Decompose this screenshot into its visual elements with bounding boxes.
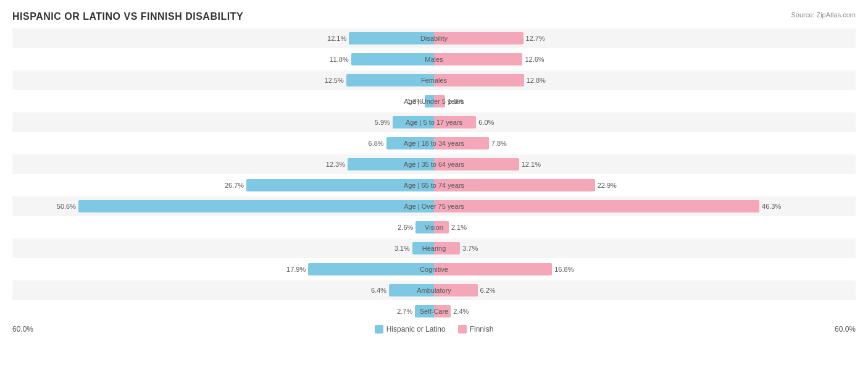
right-section: 2.4%	[434, 301, 856, 321]
bar-pink	[434, 116, 476, 128]
value-right: 22.9%	[595, 182, 617, 189]
value-left: 6.4%	[371, 287, 389, 294]
bar-blue	[351, 53, 434, 65]
value-left: 50.6%	[57, 203, 78, 210]
value-left: 6.8%	[369, 140, 386, 147]
legend-label: Finnish	[470, 325, 494, 334]
footer-right-label: 60.0%	[835, 325, 856, 334]
bar-row: 2.6%2.1%Vision	[12, 217, 856, 237]
bar-row: 26.7%22.9%Age | 65 to 74 years	[12, 175, 856, 195]
left-section: 17.9%	[12, 259, 434, 279]
bar-pink	[434, 305, 451, 317]
chart-footer: 60.0% Hispanic or LatinoFinnish 60.0%	[12, 325, 856, 334]
left-section: 3.1%	[12, 238, 434, 258]
bar-inner: 17.9%16.8%Cognitive	[12, 259, 856, 279]
bar-blue	[415, 221, 434, 233]
bar-inner: 26.7%22.9%Age | 65 to 74 years	[12, 175, 856, 195]
right-section: 1.6%	[434, 91, 856, 111]
value-right: 12.1%	[519, 161, 541, 168]
bar-row: 6.4%6.2%Ambulatory	[12, 280, 856, 300]
left-section: 2.6%	[12, 217, 434, 237]
value-right: 3.7%	[460, 245, 478, 252]
bar-blue	[348, 158, 434, 170]
footer-left-label: 60.0%	[12, 325, 33, 334]
bar-pink	[434, 32, 524, 44]
left-section: 12.1%	[12, 28, 434, 48]
bar-blue	[393, 116, 434, 128]
value-left: 12.1%	[327, 35, 349, 42]
bar-pink	[434, 284, 478, 296]
bar-row: 3.1%3.7%Hearing	[12, 238, 856, 258]
right-section: 12.6%	[434, 49, 856, 69]
right-section: 2.1%	[434, 217, 856, 237]
value-right: 12.6%	[522, 56, 544, 63]
value-right: 6.2%	[478, 287, 496, 294]
bar-pink	[434, 179, 595, 191]
legend-color-box	[375, 325, 383, 334]
value-left: 12.5%	[325, 77, 346, 84]
bar-pink	[434, 95, 445, 107]
bar-pink	[434, 263, 552, 275]
value-right: 16.8%	[552, 266, 574, 273]
bar-pink	[434, 242, 460, 254]
bar-row: 12.3%12.1%Age | 35 to 64 years	[12, 154, 856, 174]
chart-area: 12.1%12.7%Disability11.8%12.6%Males12.5%…	[12, 28, 856, 321]
bar-blue	[78, 200, 434, 212]
value-right: 2.4%	[451, 308, 469, 315]
bar-row: 5.9%6.0%Age | 5 to 17 years	[12, 112, 856, 132]
left-section: 1.3%	[12, 91, 434, 111]
value-left: 17.9%	[286, 266, 308, 273]
bar-inner: 6.4%6.2%Ambulatory	[12, 280, 856, 300]
value-right: 46.3%	[759, 203, 781, 210]
left-section: 5.9%	[12, 112, 434, 132]
left-section: 6.4%	[12, 280, 434, 300]
right-section: 6.0%	[434, 112, 856, 132]
left-section: 12.5%	[12, 70, 434, 90]
bar-blue	[415, 305, 434, 317]
bar-blue	[346, 74, 434, 86]
bar-row: 1.3%1.6%Age | Under 5 years	[12, 91, 856, 111]
right-section: 6.2%	[434, 280, 856, 300]
right-section: 7.8%	[434, 133, 856, 153]
bar-blue	[425, 95, 434, 107]
value-right: 2.1%	[449, 224, 467, 231]
value-left: 1.3%	[407, 98, 425, 105]
right-section: 12.1%	[434, 154, 856, 174]
value-left: 26.7%	[225, 182, 246, 189]
value-left: 12.3%	[326, 161, 348, 168]
bar-row: 17.9%16.8%Cognitive	[12, 259, 856, 279]
bar-inner: 5.9%6.0%Age | 5 to 17 years	[12, 112, 856, 132]
right-section: 16.8%	[434, 259, 856, 279]
right-section: 12.7%	[434, 28, 856, 48]
bar-inner: 3.1%3.7%Hearing	[12, 238, 856, 258]
value-right: 12.7%	[524, 35, 545, 42]
bar-blue	[386, 137, 434, 149]
value-right: 7.8%	[489, 140, 507, 147]
left-section: 6.8%	[12, 133, 434, 153]
bar-pink	[434, 53, 522, 65]
value-left: 5.9%	[375, 119, 393, 126]
value-right: 6.0%	[476, 119, 494, 126]
value-left: 3.1%	[394, 245, 412, 252]
bar-inner: 11.8%12.6%Males	[12, 49, 856, 69]
chart-rows-wrapper: 12.1%12.7%Disability11.8%12.6%Males12.5%…	[12, 28, 856, 321]
right-section: 46.3%	[434, 196, 856, 216]
bar-inner: 12.3%12.1%Age | 35 to 64 years	[12, 154, 856, 174]
bar-inner: 12.5%12.8%Females	[12, 70, 856, 90]
legend-item: Finnish	[458, 325, 494, 334]
bar-blue	[349, 32, 434, 44]
legend-label: Hispanic or Latino	[386, 325, 446, 334]
source-text: Source: ZipAtlas.com	[791, 11, 856, 19]
bar-pink	[434, 158, 519, 170]
bar-blue	[412, 242, 434, 254]
left-section: 11.8%	[12, 49, 434, 69]
left-section: 12.3%	[12, 154, 434, 174]
bar-blue	[308, 263, 434, 275]
right-section: 12.8%	[434, 70, 856, 90]
bar-blue	[389, 284, 434, 296]
bar-pink	[434, 137, 489, 149]
bar-row: 11.8%12.6%Males	[12, 49, 856, 69]
bar-blue	[246, 179, 434, 191]
value-right: 12.8%	[524, 77, 546, 84]
left-section: 2.7%	[12, 301, 434, 321]
